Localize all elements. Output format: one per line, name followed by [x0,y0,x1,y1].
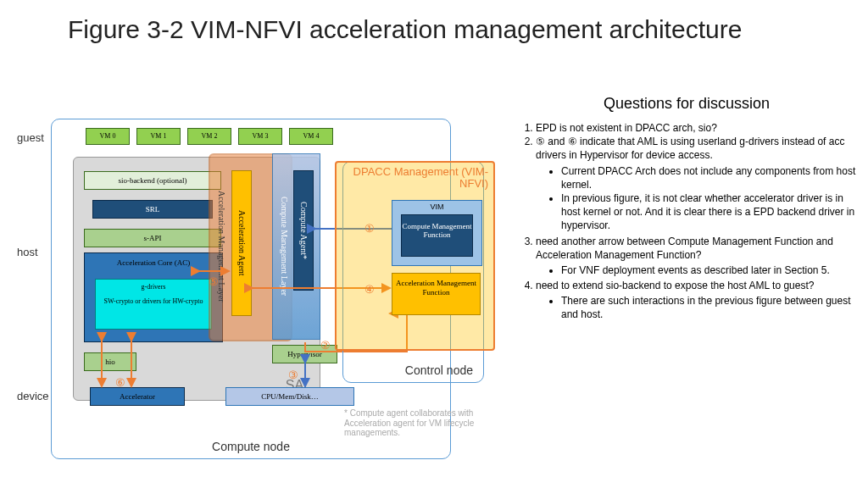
question-item: EPD is not existent in DPACC arch, sio? [536,121,856,135]
g-drivers-label: g-drivers [96,283,211,291]
vim-box: VIM Compute Management Function [392,200,482,266]
compute-node-label: Compute node [52,440,450,453]
vm-box: VM 2 [187,128,231,145]
circle-1: ① [364,222,375,235]
questions-list: EPD is not existent in DPACC arch, sio? … [517,121,856,322]
cpu-mem-disk: CPU/Mem/Disk… [225,387,354,406]
vm-box: VM 3 [238,128,282,145]
s-api: s-API [84,229,221,247]
question-item: need to extend sio-backend to expose the… [536,279,856,322]
row-label-host: host [17,246,38,258]
question-subitem: For VNF deployment events as described l… [561,263,856,277]
circle-3: ③ [288,369,298,381]
circle-6: ⑥ [115,376,125,389]
vm-box: VM 4 [289,128,333,145]
question-item: need another arrow between Compute Manag… [536,235,856,278]
acceleration-core: Acceleration Core (AC) g-drivers SW-cryp… [84,252,223,342]
cml-label: Compute Management Layer [274,170,289,323]
figure-title: Figure 3-2 VIM-NFVI acceleration managem… [68,15,742,45]
acceleration-agent: Acceleration Agent [231,170,252,316]
circle-5: ⑤ [209,275,219,288]
circle-4: ④ [364,283,375,296]
vm-box: VM 1 [136,128,181,145]
control-node-label: Control node [405,363,473,377]
vm-box: VM 0 [86,128,130,145]
questions-heading: Questions for discussion [517,95,856,113]
sw-crypto-label: SW-crypto or drivers for HW-crypto [96,297,211,305]
g-drivers: g-drivers SW-crypto or drivers for HW-cr… [95,279,212,330]
aml-label: Acceleration Management Layer [209,170,226,323]
dpacc-label: DPACC Management (VIM-NFVI) [344,166,488,191]
compute-agent: Compute Agent* [293,170,314,291]
footnote: * Compute agent collaborates with Accele… [344,408,484,438]
vim-label: VIM [392,202,481,211]
question-item: ⑤ and ⑥ indicate that AML is using userl… [536,135,856,232]
srl: SRL [92,200,213,219]
accelerator: Accelerator [90,387,185,406]
sio-backend: sio-backend (optional) [84,171,221,190]
row-label-device: device [17,390,49,402]
compute-mgmt-function: Compute Management Function [401,214,473,257]
question-subitem: There are such interactions in the previ… [561,294,856,321]
ac-label: Acceleration Core (AC) [85,258,222,267]
question-subitem: In previous figure, it is not clear whet… [561,191,856,233]
question-subitem: Current DPACC Arch does not include any … [561,164,856,191]
acceleration-mgmt-function: Acceleration Management Function [392,273,481,315]
circle-2: ② [320,339,331,352]
hio: hio [84,352,136,371]
row-label-guest: guest [17,131,44,144]
questions-panel: Questions for discussion EPD is not exis… [517,95,856,325]
